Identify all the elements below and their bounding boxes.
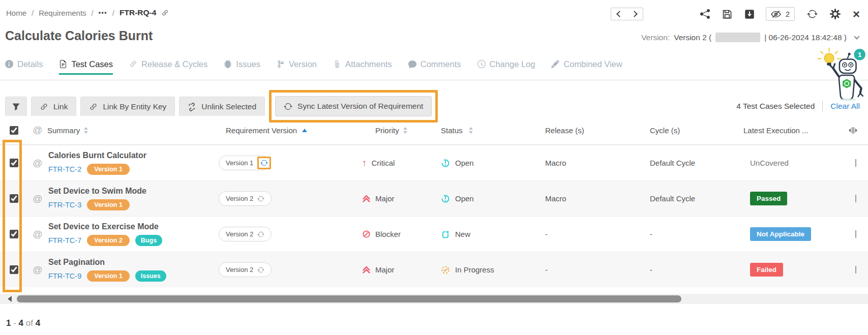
latest-execution-column-header[interactable]: Latest Execution ... bbox=[702, 126, 834, 135]
sync-version-icon[interactable] bbox=[257, 231, 264, 238]
tab-test-cases[interactable]: Test Cases bbox=[59, 59, 113, 69]
test-case-title[interactable]: Calories Burnt Calculator bbox=[48, 151, 146, 160]
link-by-entity-key-button[interactable]: Link By Entity Key bbox=[80, 97, 175, 117]
document-icon bbox=[59, 60, 67, 68]
summary-column-header[interactable]: Summary bbox=[47, 126, 219, 135]
bugs-badge: Bugs bbox=[135, 235, 162, 246]
horizontal-scrollbar[interactable] bbox=[0, 294, 868, 304]
cycle-column-header[interactable]: Cycle (s) bbox=[605, 126, 702, 135]
mention-icon[interactable]: @ bbox=[28, 264, 47, 276]
column-resize-handle[interactable] bbox=[834, 127, 868, 134]
requirement-version-column-header[interactable]: Requirement Version bbox=[219, 126, 351, 135]
filter-button[interactable] bbox=[5, 97, 27, 117]
save-button[interactable] bbox=[722, 9, 732, 19]
tab-attachments[interactable]: Attachments bbox=[333, 59, 392, 69]
mention-column-header[interactable]: @ bbox=[28, 125, 47, 136]
share-button[interactable] bbox=[700, 9, 710, 19]
breadcrumb-home[interactable]: Home bbox=[6, 9, 26, 17]
row-checkbox[interactable] bbox=[10, 159, 18, 167]
test-case-title[interactable]: Set Device to Exercise Mode bbox=[48, 222, 159, 231]
info-icon bbox=[5, 60, 13, 68]
release-cell: - bbox=[503, 265, 605, 274]
refresh-icon bbox=[284, 102, 292, 111]
export-button[interactable] bbox=[744, 9, 755, 19]
row-checkbox[interactable] bbox=[10, 230, 18, 238]
test-case-key-link[interactable]: FTR-TC-9 bbox=[48, 272, 81, 280]
pagination: 1 - 4 of 4 bbox=[6, 318, 40, 328]
requirement-version-pill[interactable]: Version 2 bbox=[219, 262, 272, 277]
sync-latest-version-button[interactable]: Sync Latest Version of Requirement bbox=[275, 96, 432, 116]
previous-entity-button[interactable] bbox=[616, 11, 623, 17]
page-range-start: 1 bbox=[6, 318, 11, 328]
tab-label: Attachments bbox=[345, 59, 392, 69]
sort-icon[interactable] bbox=[84, 127, 88, 134]
requirement-version-pill[interactable]: Version 2 bbox=[219, 227, 272, 241]
assistant-robot-widget[interactable]: 1 bbox=[818, 48, 867, 103]
tab-combined-view[interactable]: Combined View bbox=[551, 59, 622, 69]
release-column-header[interactable]: Release (s) bbox=[503, 126, 605, 135]
unlink-selected-button[interactable]: Unlink Selected bbox=[179, 97, 265, 117]
select-all-checkbox[interactable] bbox=[10, 126, 18, 135]
breadcrumb-ellipsis[interactable]: ••• bbox=[99, 9, 107, 16]
clear-all-link[interactable]: Clear All bbox=[830, 102, 860, 111]
breadcrumb-requirements[interactable]: Requirements bbox=[39, 9, 86, 17]
mention-icon[interactable]: @ bbox=[28, 193, 47, 204]
link-button[interactable]: Link bbox=[31, 97, 76, 117]
watchers-control[interactable]: 2 bbox=[766, 7, 795, 21]
chevron-down-icon[interactable] bbox=[854, 34, 859, 39]
scrollbar-thumb[interactable] bbox=[17, 295, 681, 302]
requirement-version-pill[interactable]: Version 2 bbox=[219, 191, 272, 206]
cycle-cell: - bbox=[605, 265, 702, 274]
tab-details[interactable]: Details bbox=[5, 59, 43, 69]
refresh-button[interactable] bbox=[807, 9, 818, 19]
test-case-key-link[interactable]: FTR-TC-3 bbox=[48, 201, 81, 209]
link-icon bbox=[129, 60, 137, 68]
tab-comments[interactable]: Comments bbox=[408, 59, 461, 69]
priority-cell: Blocker bbox=[351, 230, 409, 238]
table-row[interactable]: @ Calories Burnt Calculator FTR-TC-2 Ver… bbox=[0, 145, 868, 180]
tab-issues[interactable]: Issues bbox=[224, 59, 260, 69]
clipped-content-mark bbox=[855, 195, 856, 202]
mention-icon[interactable]: @ bbox=[28, 229, 47, 240]
tab-label: Version bbox=[289, 59, 317, 69]
row-checkbox[interactable] bbox=[10, 194, 18, 203]
sort-icon[interactable] bbox=[403, 127, 407, 134]
mention-icon[interactable]: @ bbox=[28, 158, 47, 169]
tab-change-log[interactable]: Change Log bbox=[477, 59, 535, 69]
priority-column-header[interactable]: Priority bbox=[351, 126, 409, 135]
clipped-content-mark bbox=[855, 230, 856, 238]
table-row[interactable]: @ Set Device to Swim Mode FTR-TC-3 Versi… bbox=[0, 180, 868, 216]
cycle-cell: Default Cycle bbox=[605, 159, 702, 167]
breadcrumb: Home / Requirements / ••• / FTR-RQ-4 bbox=[6, 8, 169, 17]
sync-version-icon[interactable] bbox=[260, 159, 268, 167]
status-cell: In Progress bbox=[409, 265, 503, 275]
test-case-key-link[interactable]: FTR-TC-7 bbox=[48, 236, 81, 245]
test-case-title[interactable]: Set Pagination bbox=[48, 258, 105, 267]
sync-version-icon[interactable] bbox=[257, 266, 264, 273]
tab-release-cycles[interactable]: Release & Cycles bbox=[129, 59, 207, 69]
row-checkbox[interactable] bbox=[10, 265, 18, 274]
close-button[interactable]: × bbox=[853, 10, 860, 18]
priority-cell: Major bbox=[351, 265, 409, 274]
table-row[interactable]: @ Set Pagination FTR-TC-9 Version 1 Issu… bbox=[0, 252, 868, 287]
version-badge: Version 1 bbox=[87, 199, 130, 210]
status-column-header[interactable]: Status bbox=[409, 126, 503, 135]
version-selector[interactable]: Version: Version 2 ( | 06-26-2024 18:42:… bbox=[641, 33, 860, 42]
button-label: Unlink Selected bbox=[201, 102, 256, 111]
next-entity-button[interactable] bbox=[631, 11, 638, 17]
tab-version[interactable]: Version bbox=[277, 59, 317, 69]
table-row[interactable]: @ Set Device to Exercise Mode FTR-TC-7 V… bbox=[0, 216, 868, 252]
sort-ascending-icon[interactable] bbox=[302, 129, 307, 132]
entity-link-icon[interactable] bbox=[161, 9, 169, 17]
header-actions: 2 × bbox=[611, 7, 860, 21]
status-cell: Open bbox=[409, 194, 503, 203]
requirement-version-pill[interactable]: Version 1 bbox=[219, 156, 270, 170]
sort-icon[interactable] bbox=[469, 127, 473, 134]
latest-execution-cell: Not Applicable bbox=[702, 227, 834, 241]
sync-version-icon[interactable] bbox=[257, 195, 264, 202]
breadcrumb-separator: / bbox=[32, 9, 34, 17]
test-case-title[interactable]: Set Device to Swim Mode bbox=[48, 187, 146, 196]
scroll-left-arrow[interactable] bbox=[8, 296, 12, 302]
settings-button[interactable] bbox=[830, 9, 841, 19]
test-case-key-link[interactable]: FTR-TC-2 bbox=[48, 165, 81, 173]
